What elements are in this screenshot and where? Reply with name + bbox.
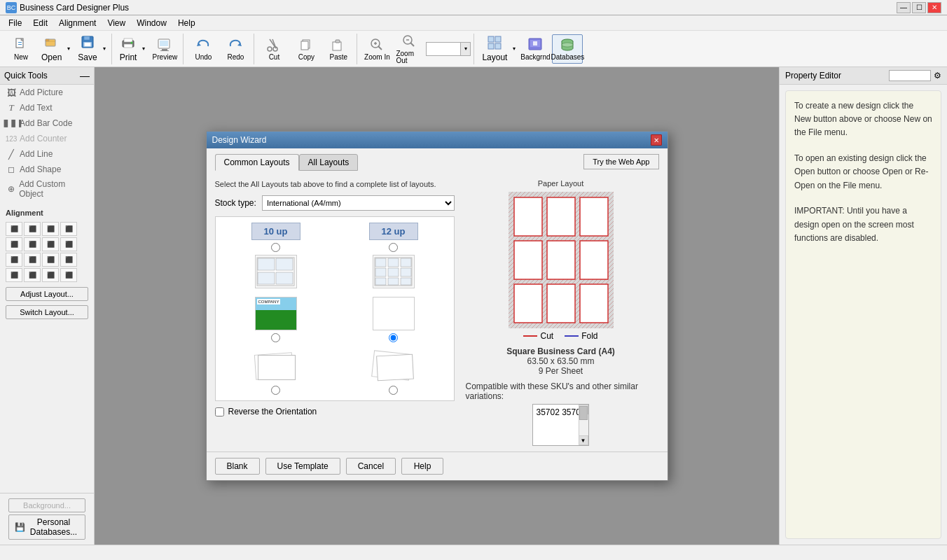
switch-layout-button[interactable]: Switch Layout... [6,305,88,319]
layout-item-12up[interactable]: 12 up [339,223,448,288]
wizard-close-button[interactable]: ✕ [651,134,662,146]
cut-button[interactable]: Cut [258,34,289,64]
open-dropdown[interactable]: ▾ [64,34,73,64]
zoom-out-button[interactable]: Zoom Out [394,34,424,64]
align-space-v[interactable]: ⬛ [60,237,77,251]
background-button[interactable]: Backgrnd [520,34,551,64]
scroll-thumb[interactable] [579,406,588,420]
layout-split[interactable]: Layout ▾ [478,34,518,64]
save-dropdown[interactable]: ▾ [100,34,109,64]
minimize-button[interactable]: — [897,2,911,13]
databases-button[interactable]: Databases [552,34,583,64]
layout-blank-radio[interactable] [389,333,398,342]
save-split[interactable]: Save ▾ [74,34,108,64]
tool-add-text[interactable]: Add Text [0,100,94,115]
layout-fold1-radio[interactable] [271,386,280,395]
layout-label: Layout [482,52,507,62]
close-button[interactable]: ✕ [927,2,941,13]
layout-dropdown[interactable]: ▾ [510,34,518,64]
stock-type-select[interactable]: International (A4/mm) US Letter US Legal [262,195,455,211]
use-template-button[interactable]: Use Template [265,458,340,475]
tool-add-counter[interactable]: Add Counter [0,131,94,146]
window-controls[interactable]: — ☐ ✕ [897,2,941,13]
tool-add-shape[interactable]: Add Shape [0,162,94,177]
preview-button[interactable]: Preview [149,34,180,64]
zoom-in-button[interactable]: Zoom In [361,34,392,64]
layout-button[interactable]: Layout [478,34,510,64]
toolbar: New Open ▾ Save ▾ [0,31,947,67]
align-top-center[interactable]: ⬛ [24,222,41,236]
layout-item-fold2[interactable] [339,351,448,395]
layout-item-fold1[interactable] [221,351,331,395]
layout-12up-radio[interactable] [389,243,398,252]
align-ex5[interactable]: ⬛ [60,268,77,282]
new-button[interactable]: New [6,34,36,64]
try-web-button[interactable]: Try the Web App [583,154,658,169]
menu-edit[interactable]: Edit [27,17,53,29]
menu-window[interactable]: Window [131,17,172,29]
print-split[interactable]: Print ▾ [116,34,148,64]
align-middle-left[interactable]: ⬛ [6,237,22,251]
open-split[interactable]: Open ▾ [38,34,73,64]
print-dropdown[interactable]: ▾ [139,34,148,64]
paste-button[interactable]: Paste [323,34,354,64]
cancel-button[interactable]: Cancel [346,458,396,475]
tool-add-barcode[interactable]: Add Bar Code [0,115,94,131]
layout-10up-radio[interactable] [271,243,280,252]
zoom-input[interactable] [426,42,461,56]
wizard-body: Common Layouts All Layouts Try the Web A… [207,148,668,451]
quick-tools-header: Quick Tools — [0,67,94,85]
personal-databases-button[interactable]: Personal Databases... [8,514,85,540]
menu-help[interactable]: Help [172,17,201,29]
background-panel-button[interactable]: Background... [8,498,85,512]
adjust-layout-button[interactable]: Adjust Layout... [6,287,88,301]
align-ex4[interactable]: ⬛ [42,268,59,282]
align-extra[interactable]: ⬛ [60,253,77,267]
print-button[interactable]: Print [116,34,140,64]
align-ex2[interactable]: ⬛ [6,268,22,282]
tool-add-picture[interactable]: Add Picture [0,85,94,100]
layout-photo-radio[interactable] [271,333,280,342]
copy-button[interactable]: Copy [291,34,322,64]
prop-settings-icon[interactable]: ⚙ [934,71,941,80]
sku-scroll[interactable]: 35702 35703 ▲ ▼ [532,404,588,446]
maximize-button[interactable]: ☐ [912,2,926,13]
reverse-orientation-checkbox[interactable] [215,407,224,416]
tool-add-custom[interactable]: Add Custom Object [0,177,94,201]
prop-dropdown[interactable] [889,70,931,81]
svg-rect-48 [276,272,293,284]
menu-alignment[interactable]: Alignment [53,17,102,29]
layout-item-10up[interactable]: 10 up [221,223,331,288]
zoom-field[interactable]: ▾ [426,42,471,56]
tab-common-layouts[interactable]: Common Layouts [215,154,299,171]
open-icon [44,35,60,52]
align-bottom-center[interactable]: ⬛ [24,253,41,267]
zoom-dropdown[interactable]: ▾ [461,42,471,56]
align-middle-center[interactable]: ⬛ [24,237,41,251]
align-bottom-right[interactable]: ⬛ [42,253,59,267]
layout-item-blank[interactable] [339,297,448,342]
menu-file[interactable]: File [3,17,27,29]
open-button[interactable]: Open [38,34,64,64]
redo-button[interactable]: Redo [220,34,251,64]
collapse-icon[interactable]: — [80,70,90,81]
scroll-down-button[interactable]: ▼ [579,435,588,445]
scroll-track: ▲ ▼ [579,405,588,445]
align-bottom-left[interactable]: ⬛ [6,253,22,267]
save-button[interactable]: Save [74,34,99,64]
blank-button[interactable]: Blank [215,458,260,475]
menu-view[interactable]: View [102,17,131,29]
align-space-h[interactable]: ⬛ [60,222,77,236]
help-button[interactable]: Help [401,458,443,475]
layout-12up-label: 12 up [369,223,418,240]
align-ex3[interactable]: ⬛ [24,268,41,282]
align-top-right[interactable]: ⬛ [42,222,59,236]
align-middle-right[interactable]: ⬛ [42,237,59,251]
layout-item-photo[interactable]: COMPANY [221,297,331,342]
layout-fold2-radio[interactable] [389,386,398,395]
databases-icon [560,37,575,52]
tool-add-line[interactable]: Add Line [0,146,94,162]
tab-all-layouts[interactable]: All Layouts [299,154,359,171]
undo-button[interactable]: Undo [188,34,219,64]
align-top-left[interactable]: ⬛ [6,222,22,236]
